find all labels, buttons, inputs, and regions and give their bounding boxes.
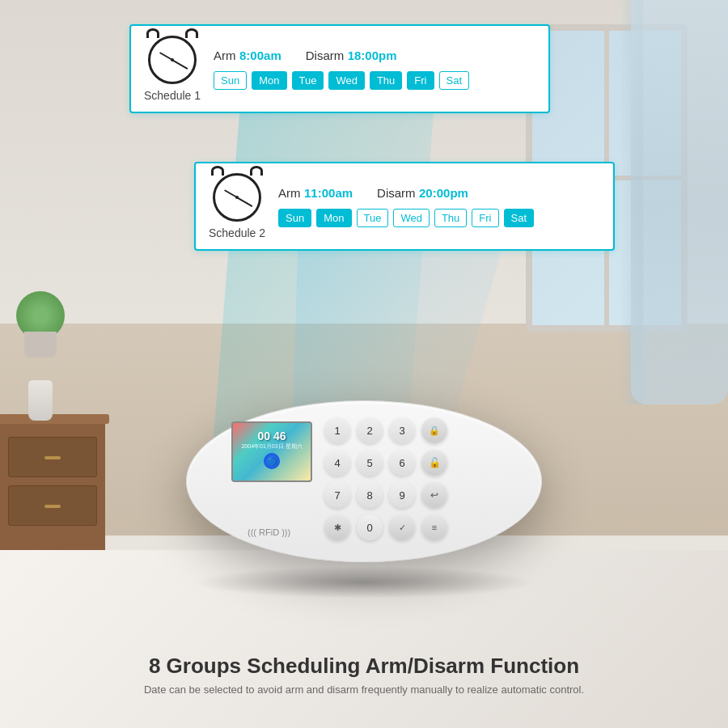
key-7[interactable]: 7 — [324, 482, 350, 508]
key-sos[interactable]: ↩ — [421, 482, 447, 508]
key-menu[interactable]: ≡ — [421, 514, 447, 540]
key-6[interactable]: 6 — [389, 450, 415, 476]
disarm-time-2: 20:00pm — [419, 186, 468, 200]
schedule-2-info: Arm 11:00am Disarm 20:00pm SunMonTueWedT… — [278, 186, 600, 227]
key-8[interactable]: 8 — [357, 482, 383, 508]
day-btn-s2-tue[interactable]: Tue — [357, 209, 389, 227]
day-btn-s1-sat[interactable]: Sat — [439, 71, 470, 90]
key-5[interactable]: 5 — [357, 450, 383, 476]
key-lock-arm[interactable]: 🔒 — [421, 417, 447, 443]
schedule-1-label: Schedule 1 — [144, 89, 201, 102]
curtain-right — [631, 0, 728, 404]
schedule-1-card: Schedule 1 Arm 8:00am Disarm 18:00pm Sun… — [129, 24, 550, 113]
arm-label-1: Arm 8:00am — [214, 49, 281, 63]
day-btn-s2-sun[interactable]: Sun — [278, 209, 311, 227]
day-btn-s1-tue[interactable]: Tue — [292, 71, 324, 90]
day-btn-s1-wed[interactable]: Wed — [328, 71, 365, 90]
schedule-2-card: Schedule 2 Arm 11:00am Disarm 20:00pm Su… — [194, 162, 615, 251]
keypad: 1 2 3 🔒 4 5 6 🔓 7 8 9 ↩ ✱ 0 ✓ ≡ — [324, 417, 451, 544]
day-btn-s1-mon[interactable]: Mon — [252, 71, 286, 90]
key-2[interactable]: 2 — [357, 417, 383, 443]
screen-icon: 🔵 — [264, 453, 280, 469]
day-btn-s1-sun[interactable]: Sun — [214, 71, 247, 90]
day-btn-s1-thu[interactable]: Thu — [370, 71, 402, 90]
rfid-label: ((( RFiD ))) — [248, 527, 290, 537]
screen-date: 2004年01月03日 星期六 — [233, 442, 311, 451]
schedule-1-times: Arm 8:00am Disarm 18:00pm — [214, 49, 535, 63]
screen-time: 00 46 — [233, 423, 311, 442]
disarm-label-1: Disarm 18:00pm — [306, 49, 397, 63]
day-btn-s2-mon[interactable]: Mon — [316, 209, 351, 227]
schedule-1-info: Arm 8:00am Disarm 18:00pm SunMonTueWedTh… — [214, 49, 535, 90]
key-1[interactable]: 1 — [324, 417, 350, 443]
device-oval: 00 46 2004年01月03日 星期六 🔵 1 2 3 🔒 4 5 6 🔓 … — [186, 400, 542, 562]
day-btn-s2-wed[interactable]: Wed — [393, 209, 430, 227]
arm-label-2: Arm 11:00am — [278, 186, 353, 201]
key-0[interactable]: 0 — [357, 514, 383, 540]
bottom-subtitle: Date can be selected to avoid arm and di… — [0, 684, 728, 696]
bottom-title: 8 Groups Scheduling Arm/Disarm Function — [0, 654, 728, 679]
key-3[interactable]: 3 — [389, 417, 415, 443]
key-4[interactable]: 4 — [324, 450, 350, 476]
arm-time-1: 8:00am — [239, 49, 281, 62]
device-container: 00 46 2004年01月03日 星期六 🔵 1 2 3 🔒 4 5 6 🔓 … — [186, 400, 542, 599]
vase — [28, 380, 53, 421]
clock-icon-2 — [213, 173, 261, 222]
bottom-text: 8 Groups Scheduling Arm/Disarm Function … — [0, 654, 728, 696]
device-screen: 00 46 2004年01月03日 星期六 🔵 — [231, 421, 312, 482]
key-check[interactable]: ✓ — [389, 514, 415, 540]
day-btn-s2-thu[interactable]: Thu — [434, 209, 467, 227]
key-star[interactable]: ✱ — [324, 514, 350, 540]
days-row-2: SunMonTueWedThuFriSat — [278, 209, 600, 227]
day-btn-s2-fri[interactable]: Fri — [472, 209, 498, 227]
dresser — [0, 421, 105, 550]
key-lock-disarm[interactable]: 🔓 — [421, 450, 447, 476]
schedule-2-times: Arm 11:00am Disarm 20:00pm — [278, 186, 600, 201]
days-row-1: SunMonTueWedThuFriSat — [214, 71, 535, 90]
disarm-label-2: Disarm 20:00pm — [377, 186, 468, 201]
disarm-time-1: 18:00pm — [348, 49, 397, 62]
day-btn-s2-sat[interactable]: Sat — [504, 209, 535, 227]
device-shadow — [194, 566, 534, 599]
day-btn-s1-fri[interactable]: Fri — [407, 71, 434, 90]
plant — [16, 291, 65, 358]
key-9[interactable]: 9 — [389, 482, 415, 508]
clock-icon-1 — [148, 36, 197, 84]
arm-time-2: 11:00am — [304, 186, 353, 200]
schedule-2-label: Schedule 2 — [209, 226, 265, 239]
